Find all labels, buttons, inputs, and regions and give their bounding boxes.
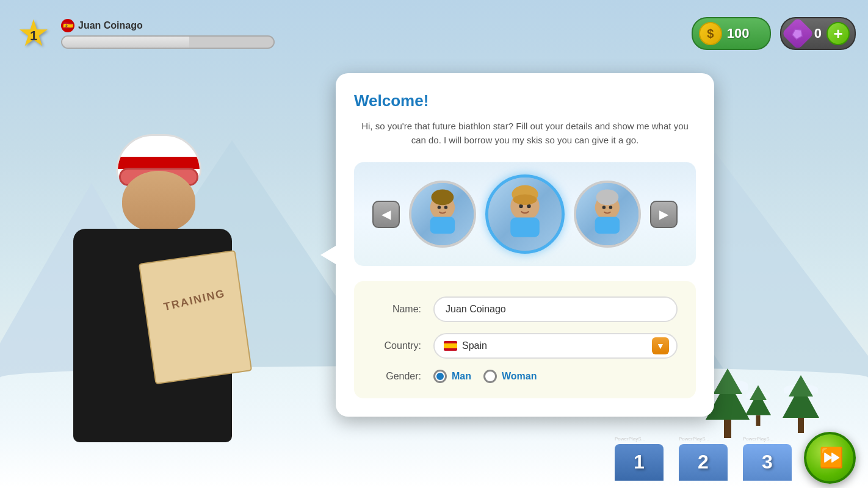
- coach-figure: TRAINING: [24, 134, 293, 488]
- coin-icon: $: [699, 22, 722, 45]
- form-section: Name: Country: Spain ▼ Gender:: [354, 281, 696, 398]
- rank-tile-2-logo: PowerPlayS...: [679, 436, 709, 442]
- name-row: Name:: [372, 296, 678, 322]
- radio-man-outer: [433, 370, 447, 383]
- name-label: Name:: [372, 304, 421, 315]
- svg-point-14: [596, 190, 619, 206]
- spain-flag: [444, 341, 457, 351]
- player-info: ★ 1 🇪🇸 Juan Coinago: [12, 12, 275, 55]
- rank-tile-1-number: 1: [634, 451, 645, 473]
- rank-tile-1-logo: PowerPlayS...: [615, 436, 645, 442]
- xp-bar: [61, 35, 275, 49]
- dialog-title: Welcome!: [354, 92, 696, 110]
- rank-tile-3-logo: PowerPlayS...: [743, 436, 773, 442]
- tree-snow-2: [746, 392, 770, 398]
- svg-point-16: [609, 206, 613, 209]
- gender-man-label: Man: [452, 371, 471, 382]
- svg-point-5: [444, 206, 448, 209]
- coach-clipboard: TRAINING: [139, 250, 252, 384]
- coach-head: [110, 134, 208, 238]
- gender-row: Gender: Man Woman: [372, 370, 678, 383]
- avatar-face-2: [488, 178, 562, 251]
- gender-woman-label: Woman: [502, 371, 537, 382]
- rank-tile-3-number: 3: [762, 451, 773, 473]
- avatar-selector: ◀: [354, 162, 696, 266]
- svg-point-9: [519, 204, 523, 208]
- coach-hat-stripe: [118, 157, 200, 169]
- fast-forward-icon: ⏩: [819, 446, 844, 469]
- coach-face: [122, 171, 195, 232]
- tree-snow: [784, 384, 818, 393]
- svg-point-4: [438, 206, 441, 209]
- country-dropdown[interactable]: Spain ▼: [433, 333, 678, 359]
- coins-amount: 100: [727, 26, 750, 41]
- rank-tile-2-number: 2: [698, 451, 709, 473]
- rank-tile-2: PowerPlayS... 2: [676, 435, 731, 481]
- add-gems-button[interactable]: +: [826, 22, 850, 45]
- xp-bar-container: 🇪🇸 Juan Coinago: [61, 19, 275, 49]
- dialog-body-text: Hi, so you're that future biathlon star?…: [354, 120, 696, 147]
- avatar-face-1: [411, 183, 474, 245]
- rank-tile-3: PowerPlayS... 3: [740, 435, 795, 481]
- gender-man-option[interactable]: Man: [433, 370, 471, 383]
- tree-group-right: [783, 384, 819, 433]
- xp-fill: [62, 37, 189, 48]
- avatar-face-3: [576, 183, 638, 245]
- tree-trunk-2: [756, 415, 761, 426]
- gem-icon: [781, 17, 814, 50]
- rank-tile-2-bg: 2: [679, 444, 728, 481]
- radio-man-inner: [436, 373, 444, 380]
- player-flag: 🇪🇸: [61, 19, 74, 32]
- svg-rect-2: [430, 217, 455, 234]
- svg-point-3: [432, 190, 454, 206]
- gender-label: Gender:: [372, 371, 421, 382]
- avatar-next-button[interactable]: ▶: [650, 201, 678, 228]
- gender-woman-option[interactable]: Woman: [483, 370, 537, 383]
- gems-amount: 0: [814, 26, 822, 41]
- avatar-option-3[interactable]: [574, 181, 641, 248]
- tree-top: [783, 384, 819, 418]
- rank-tile-3-bg: 3: [743, 444, 792, 481]
- rank-tile-1: PowerPlayS... 1: [612, 435, 667, 481]
- svg-rect-7: [510, 217, 540, 237]
- coins-bar: $ 100: [692, 17, 771, 50]
- country-label: Country:: [372, 340, 421, 351]
- rank-number: 1: [30, 28, 37, 44]
- rank-tile-1-bg: 1: [615, 444, 664, 481]
- country-row: Country: Spain ▼: [372, 333, 678, 359]
- player-name-hud: 🇪🇸 Juan Coinago: [61, 19, 275, 32]
- svg-marker-0: [790, 27, 805, 41]
- bottom-hud: PowerPlayS... 1 PowerPlayS... 2 PowerPla…: [563, 427, 868, 488]
- svg-rect-13: [595, 217, 620, 234]
- svg-point-10: [527, 204, 530, 208]
- radio-woman-outer: [483, 370, 497, 383]
- flag-yellow: [444, 343, 457, 348]
- country-select-wrapper: Spain ▼: [433, 333, 678, 359]
- avatar-option-2[interactable]: [485, 174, 565, 254]
- name-input[interactable]: [433, 296, 678, 322]
- top-hud: ★ 1 🇪🇸 Juan Coinago $ 100 0 +: [0, 0, 868, 67]
- gender-options: Man Woman: [433, 370, 537, 383]
- dropdown-arrow-icon: ▼: [652, 337, 669, 354]
- gems-bar: 0 +: [780, 17, 856, 50]
- avatar-prev-button[interactable]: ◀: [372, 201, 400, 228]
- dialog-box: Welcome! Hi, so you're that future biath…: [336, 73, 714, 417]
- svg-point-15: [602, 206, 606, 209]
- svg-point-11: [513, 195, 537, 205]
- player-name: Juan Coinago: [78, 20, 143, 31]
- rank-star: ★ 1: [12, 12, 55, 55]
- country-value: Spain: [462, 340, 487, 351]
- currency-section: $ 100 0 +: [692, 17, 856, 50]
- avatar-option-1[interactable]: [409, 181, 476, 248]
- flag-bottom: [444, 348, 457, 351]
- play-fast-forward-button[interactable]: ⏩: [804, 432, 856, 484]
